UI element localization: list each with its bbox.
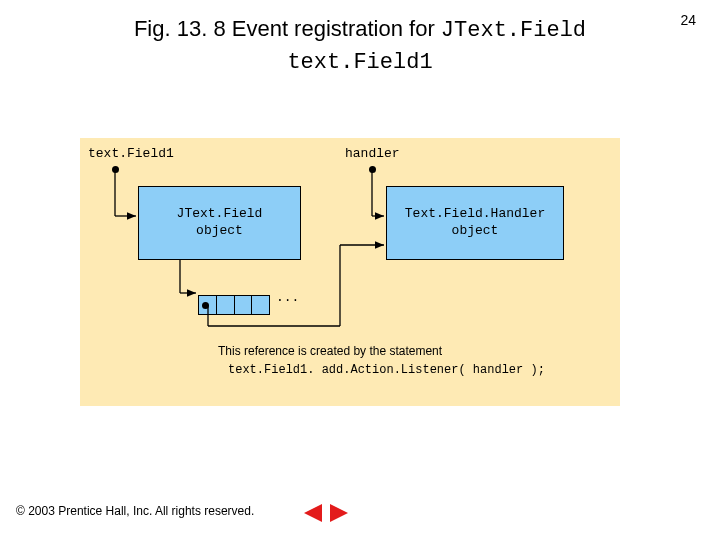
- title-code-1: JText.Field: [441, 18, 586, 43]
- object-box-jtextfield: JText.Field object: [138, 186, 301, 260]
- caption-code: text.Field1. add.Action.Listener( handle…: [228, 363, 545, 377]
- reference-dot-icon: [202, 302, 209, 309]
- diagram-panel: text.Field1 handler JText.Field object T…: [80, 138, 620, 406]
- reference-dot-icon: [112, 166, 119, 173]
- variable-label-textfield1: text.Field1: [88, 146, 174, 161]
- array-cell: [235, 296, 253, 314]
- reference-dot-icon: [369, 166, 376, 173]
- ellipsis: ...: [276, 290, 299, 305]
- box2-line1: Text.Field.Handler: [405, 206, 545, 221]
- box1-line1: JText.Field: [177, 206, 263, 221]
- caption-text: This reference is created by the stateme…: [218, 344, 442, 358]
- box1-line2: object: [196, 223, 243, 238]
- array-cell: [199, 296, 217, 314]
- next-slide-icon[interactable]: [330, 504, 348, 522]
- page-number: 24: [680, 12, 696, 28]
- title-prefix: Fig. 13. 8 Event registration for: [134, 16, 441, 41]
- figure-title: Fig. 13. 8 Event registration for JText.…: [0, 14, 720, 77]
- object-box-handler: Text.Field.Handler object: [386, 186, 564, 260]
- variable-label-handler: handler: [345, 146, 400, 161]
- array-cell: [217, 296, 235, 314]
- array-cell: [252, 296, 269, 314]
- prev-slide-icon[interactable]: [304, 504, 322, 522]
- diagram-caption: This reference is created by the stateme…: [218, 342, 545, 379]
- box2-line2: object: [452, 223, 499, 238]
- listener-array: [198, 295, 270, 315]
- title-code-2: text.Field1: [287, 50, 432, 75]
- slide-nav: [300, 502, 356, 524]
- copyright-footer: © 2003 Prentice Hall, Inc. All rights re…: [16, 504, 254, 518]
